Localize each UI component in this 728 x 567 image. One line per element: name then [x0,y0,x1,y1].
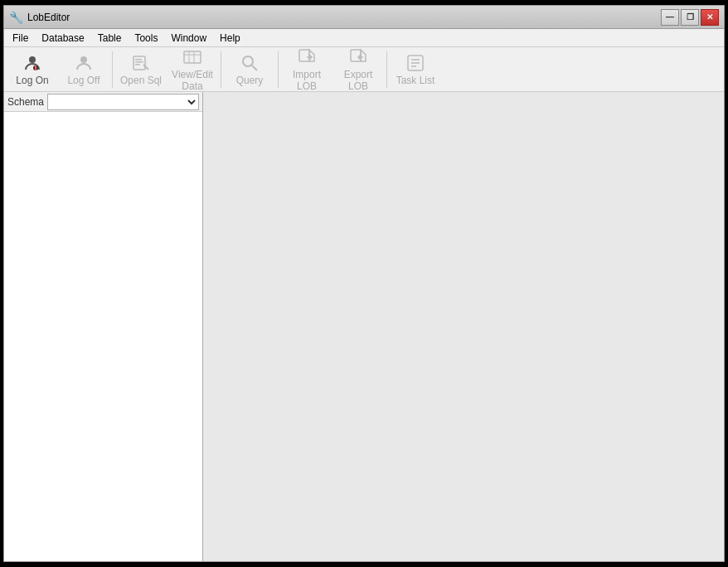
window-title: LobEditor [27,12,70,23]
log-on-button[interactable]: Log On [7,50,57,90]
task-list-icon [405,53,425,73]
schema-select[interactable] [47,94,199,110]
svg-marker-18 [361,50,366,61]
log-on-icon [22,53,42,73]
toolbar-sep-3 [278,51,279,88]
import-lob-button[interactable]: Import LOB [282,50,332,90]
query-button[interactable]: Query [225,50,274,90]
app-icon: 🔧 [9,11,22,24]
menu-help[interactable]: Help [213,31,247,46]
svg-rect-8 [184,51,201,63]
svg-rect-7 [135,64,140,65]
view-edit-data-button[interactable]: View/Edit Data [167,50,217,90]
open-sql-icon [131,53,151,73]
view-edit-data-label: View/Edit Data [168,69,216,92]
svg-point-3 [80,56,87,63]
title-buttons: — ❐ ✕ [661,9,719,26]
log-off-label: Log Off [67,75,99,86]
main-window: 🔧 LobEditor — ❐ ✕ File Database Table To… [3,5,725,562]
query-label: Query [236,75,264,86]
import-lob-label: Import LOB [283,69,331,92]
task-list-button[interactable]: Task List [391,50,440,90]
query-icon [240,53,260,73]
svg-rect-6 [135,61,143,63]
toolbar-sep-4 [386,51,387,88]
export-lob-icon [348,47,368,67]
restore-button[interactable]: ❐ [681,9,699,26]
schema-bar: Schema [4,92,202,112]
left-panel: Schema [4,92,203,561]
log-off-button[interactable]: Log Off [59,50,109,90]
schema-label: Schema [7,96,44,108]
menu-window[interactable]: Window [164,31,213,46]
svg-rect-4 [133,56,145,70]
menu-table[interactable]: Table [91,31,129,46]
toolbar: Log On Log Off [4,47,724,92]
menu-bar: File Database Table Tools Window Help [4,29,724,47]
toolbar-sep-1 [112,51,113,88]
menu-file[interactable]: File [6,31,35,46]
task-list-label: Task List [396,75,435,86]
svg-point-12 [243,56,253,66]
log-on-label: Log On [16,75,48,86]
export-lob-label: Export LOB [334,69,382,92]
open-sql-button[interactable]: Open Sql [116,50,166,90]
minimize-button[interactable]: — [661,9,679,26]
close-button[interactable]: ✕ [701,9,719,26]
svg-line-13 [252,65,257,70]
tree-area [4,112,202,561]
menu-database[interactable]: Database [35,31,90,46]
toolbar-sep-2 [221,51,221,88]
export-lob-button[interactable]: Export LOB [333,50,383,90]
svg-point-0 [29,56,36,63]
title-bar: 🔧 LobEditor — ❐ ✕ [4,6,724,29]
import-lob-icon [297,47,317,67]
right-panel [203,92,724,561]
open-sql-label: Open Sql [120,75,162,86]
menu-tools[interactable]: Tools [128,31,164,46]
svg-rect-14 [299,50,309,61]
svg-rect-5 [135,59,142,61]
log-off-icon [74,53,94,73]
title-bar-left: 🔧 LobEditor [9,11,70,24]
view-edit-data-icon [182,47,202,67]
content-area: Schema [4,92,724,561]
